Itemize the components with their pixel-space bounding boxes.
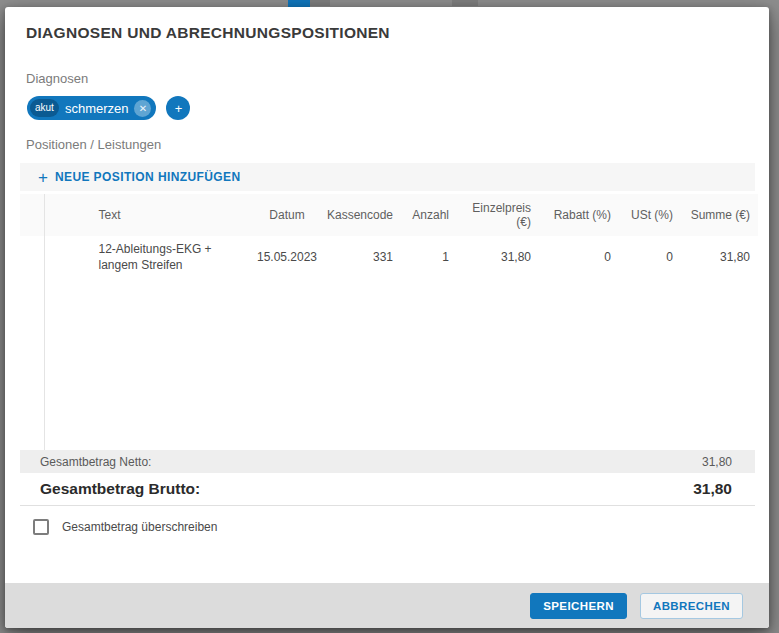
remove-diagnosis-icon[interactable]: ✕ [134,100,151,117]
positions-table: Text Datum Kassencode Anzahl Einzelpreis… [20,194,758,450]
cell-anzahl: 1 [401,236,457,278]
speichern-button[interactable]: SPEICHERN [530,593,627,619]
netto-value: 31,80 [702,455,732,469]
cell-kassencode: 331 [327,236,401,278]
add-diagnosis-button[interactable]: + [166,96,190,120]
abbrechen-button[interactable]: ABBRECHEN [640,593,743,619]
background-page-fragment [452,0,478,6]
override-total-checkbox[interactable] [33,519,49,535]
diagnosis-chip-label: schmerzen [65,101,129,116]
column-header-text: Text [44,194,255,236]
row-spacer-cell [20,236,44,278]
cell-einzelpreis: 31,80 [457,236,539,278]
cell-text: 12-Ableitungs-EKG + langem Streifen [44,236,255,278]
column-header-einzelpreis: Einzelpreis (€) [457,194,539,236]
cell-summe: 31,80 [681,236,758,278]
brutto-label: Gesamtbetrag Brutto: [40,480,200,498]
dialog-title: DIAGNOSEN UND ABRECHNUNGSPOSITIONEN [26,24,748,42]
positionen-label: Positionen / Leistungen [26,137,769,152]
column-header-rabatt: Rabatt (%) [539,194,619,236]
cell-rabatt: 0 [539,236,619,278]
column-header-ust: USt (%) [619,194,681,236]
background-page-tab [288,0,310,7]
positions-table-container: + NEUE POSITION HINZUFÜGEN Text Datum [20,163,755,506]
add-position-label: NEUE POSITION HINZUFÜGEN [55,170,241,184]
diagnosen-label: Diagnosen [26,71,769,86]
brutto-value: 31,80 [693,480,732,498]
table-empty-area [20,278,758,450]
diagnosis-chip-row: akut schmerzen ✕ + [27,96,769,120]
cell-datum: 15.05.2023 [255,236,327,278]
diagnoses-billing-dialog: DIAGNOSEN UND ABRECHNUNGSPOSITIONEN Diag… [5,7,769,628]
column-header-datum: Datum [255,194,327,236]
add-position-button[interactable]: + NEUE POSITION HINZUFÜGEN [20,163,755,191]
brutto-total-row: Gesamtbetrag Brutto: 31,80 [20,473,755,506]
position-row[interactable]: 12-Ableitungs-EKG + langem Streifen 15.0… [20,236,758,278]
override-total-label: Gesamtbetrag überschreiben [62,520,217,534]
diagnosis-severity-badge: akut [30,99,59,117]
column-header-summe: Summe (€) [681,194,758,236]
netto-label: Gesamtbetrag Netto: [40,455,151,469]
dialog-footer: SPEICHERN ABBRECHEN [5,583,769,628]
override-total-row[interactable]: Gesamtbetrag überschreiben [33,519,769,535]
netto-total-row: Gesamtbetrag Netto: 31,80 [20,450,755,473]
plus-icon: + [38,169,48,186]
column-header-kassencode: Kassencode [327,194,401,236]
table-spacer-column [20,194,44,236]
diagnosis-chip[interactable]: akut schmerzen ✕ [27,96,156,120]
cell-ust: 0 [619,236,681,278]
table-header-row: Text Datum Kassencode Anzahl Einzelpreis… [20,194,758,236]
column-header-anzahl: Anzahl [401,194,457,236]
